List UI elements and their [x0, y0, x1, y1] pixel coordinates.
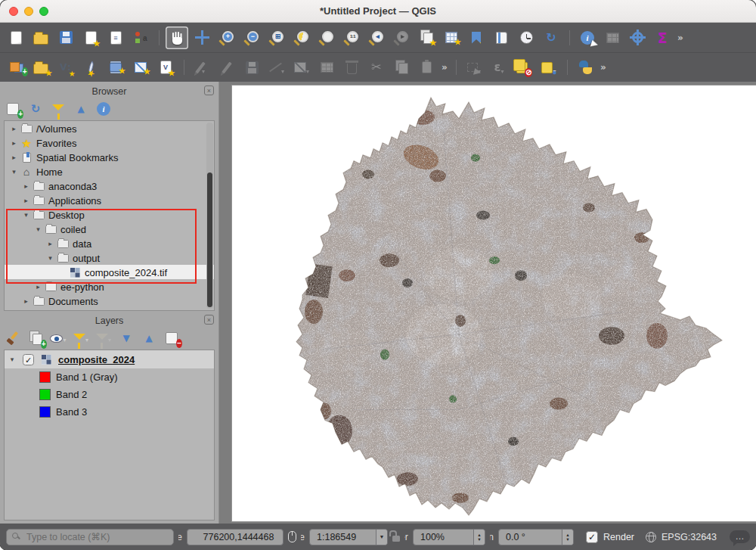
new-map-view-button[interactable]	[415, 26, 438, 49]
zoom-in-button[interactable]: +	[215, 26, 238, 49]
disclosure-triangle-icon[interactable]: ▾	[9, 168, 19, 176]
band-3-item[interactable]: Band 3	[5, 403, 214, 421]
temporal-controller-button[interactable]	[515, 26, 538, 49]
filter-legend-button[interactable]: ▾	[71, 329, 91, 347]
map-canvas[interactable]	[231, 85, 756, 522]
mouse-position-icon[interactable]	[288, 531, 296, 542]
scale-combobox[interactable]: 1:186549▼	[309, 529, 388, 545]
digitize-segment-button[interactable]: ▾	[265, 56, 288, 79]
disclosure-triangle-icon[interactable]: ▸	[9, 154, 19, 161]
tree-item-ee-python[interactable]: ▸ee-python	[5, 279, 214, 294]
disclosure-triangle-icon[interactable]: ▸	[45, 240, 55, 247]
zoom-out-button[interactable]: −	[240, 26, 263, 49]
zoom-full-button[interactable]: ⊞	[265, 26, 288, 49]
filter-browser-button[interactable]	[48, 100, 68, 118]
disclosure-triangle-icon[interactable]: ▾	[5, 356, 17, 363]
tree-item-composite-2024-tif[interactable]: composite_2024.tif	[5, 265, 214, 279]
browser-scrollbar[interactable]	[206, 123, 213, 309]
add-vector-layer-button[interactable]	[29, 56, 52, 79]
copy-features-button[interactable]	[390, 56, 413, 79]
disclosure-triangle-icon[interactable]: ▸	[9, 139, 19, 147]
remove-layer-button[interactable]	[162, 329, 181, 347]
expand-all-button[interactable]: ▼	[116, 329, 136, 347]
disclosure-triangle-icon[interactable]: ▾	[33, 225, 43, 233]
disclosure-triangle-icon[interactable]: ▾	[21, 211, 31, 219]
python-console-button[interactable]	[574, 56, 596, 79]
toolbar-separator[interactable]	[179, 56, 188, 79]
pan-to-selection-button[interactable]	[191, 26, 213, 49]
vertex-tool-button[interactable]: ▾	[290, 56, 313, 79]
messages-button[interactable]: …	[730, 530, 750, 543]
save-layer-edits-button[interactable]	[240, 56, 263, 79]
locate-input[interactable]	[6, 529, 174, 545]
new-3d-map-view-button[interactable]	[440, 26, 463, 49]
toolbar-separator[interactable]	[451, 56, 460, 79]
tree-item-desktop[interactable]: ▾Desktop	[5, 207, 214, 222]
deselect-features-button[interactable]: ▾	[513, 56, 535, 79]
crs-status-button[interactable]: EPSG:32643	[662, 532, 717, 542]
toggle-editing-button[interactable]	[215, 56, 238, 79]
scale-lock-icon[interactable]	[392, 536, 400, 542]
band-1-item[interactable]: Band 1 (Gray)	[5, 368, 214, 386]
new-geopackage-layer-button[interactable]	[79, 56, 102, 79]
show-layout-manager-button[interactable]: ≡	[104, 26, 127, 49]
magnifier-spinbox[interactable]: 100%▲▼	[413, 529, 485, 545]
data-source-manager-button[interactable]	[5, 56, 27, 79]
tree-item-home[interactable]: ▾⌂Home	[5, 164, 214, 179]
disclosure-triangle-icon[interactable]: ▸	[21, 197, 31, 204]
zoom-native-button[interactable]: 1:1	[340, 26, 363, 49]
toolbar-overflow-chevron[interactable]: »	[676, 26, 685, 49]
layer-visibility-checkbox[interactable]: ✓	[23, 354, 34, 365]
coordinate-box[interactable]: 776200,1444468	[187, 529, 284, 545]
disclosure-triangle-icon[interactable]: ▸	[21, 182, 31, 190]
tree-item-output[interactable]: ▾output	[5, 250, 214, 265]
select-by-expression-button[interactable]: ε▾	[488, 56, 510, 79]
collapse-all-layers-button[interactable]: ▲	[139, 329, 159, 347]
refresh-map-button[interactable]: ↻	[540, 26, 562, 49]
new-virtual-layer-button[interactable]	[129, 56, 152, 79]
filter-by-expression-button[interactable]: ▾	[94, 329, 113, 347]
paste-features-button[interactable]	[415, 56, 438, 79]
style-manager-button[interactable]: a	[129, 26, 152, 49]
close-browser-panel-button[interactable]: ×	[204, 85, 214, 95]
magnifier-spinner[interactable]: ▲▼	[473, 530, 485, 545]
tree-item-documents[interactable]: ▸Documents	[5, 294, 214, 308]
close-layers-panel-button[interactable]: ×	[204, 315, 214, 325]
disclosure-triangle-icon[interactable]: ▸	[9, 125, 19, 132]
toolbar-overflow-chevron[interactable]: »	[440, 56, 449, 79]
modify-attributes-button[interactable]	[315, 56, 338, 79]
toolbar-separator[interactable]	[562, 56, 572, 79]
disclosure-triangle-icon[interactable]: ▾	[45, 254, 55, 262]
rotation-spinner[interactable]: ▲▼	[562, 530, 573, 545]
current-edits-button[interactable]: ▾	[191, 56, 213, 79]
project-new-button[interactable]	[5, 26, 27, 49]
tree-item-anaconda3[interactable]: ▸anaconda3	[5, 179, 214, 193]
statistics-summary-button[interactable]: Σ	[651, 26, 674, 49]
add-database-layer-button[interactable]	[104, 56, 127, 79]
toolbar-overflow-chevron[interactable]: »	[599, 56, 608, 79]
tree-item-spatial-bookmarks[interactable]: ▸Spatial Bookmarks	[5, 150, 214, 164]
tree-item-applications[interactable]: ▸Applications	[5, 193, 214, 207]
cut-features-button[interactable]: ✂	[365, 56, 388, 79]
select-features-button[interactable]: ▾	[463, 56, 485, 79]
identify-features-button[interactable]: i	[576, 26, 599, 49]
open-attribute-table-button[interactable]	[601, 26, 624, 49]
manage-map-themes-button[interactable]: ▾	[48, 329, 68, 347]
zoom-last-button[interactable]: ◂	[365, 26, 388, 49]
disclosure-triangle-icon[interactable]: ▸	[21, 297, 31, 305]
toolbar-separator[interactable]	[154, 26, 163, 49]
rotation-spinbox[interactable]: 0.0 °▲▼	[498, 529, 574, 545]
band-2-item[interactable]: Band 2	[5, 386, 214, 403]
tree-item-coiled[interactable]: ▾coiled	[5, 222, 214, 236]
add-group-button[interactable]	[26, 329, 45, 347]
scrollbar-thumb[interactable]	[207, 172, 212, 307]
new-print-layout-button[interactable]	[79, 26, 102, 49]
tree-item-volumes[interactable]: ▸/Volumes	[5, 121, 214, 135]
select-by-location-button[interactable]: ▾	[538, 56, 560, 79]
add-delimited-text-button[interactable]: V:	[54, 56, 77, 79]
pan-map-button[interactable]	[166, 26, 188, 49]
scale-dropdown-arrow[interactable]: ▼	[376, 530, 387, 545]
zoom-to-selection-button[interactable]	[290, 26, 313, 49]
new-spatial-bookmark-button[interactable]	[465, 26, 488, 49]
processing-toolbox-button[interactable]	[626, 26, 649, 49]
